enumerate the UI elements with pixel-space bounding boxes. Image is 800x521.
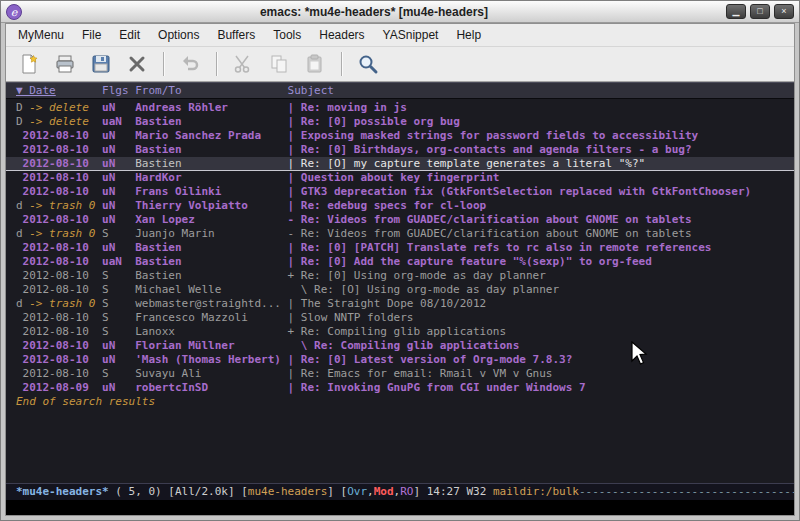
close-button[interactable]: × — [774, 4, 794, 19]
text-segment: maildir:/bulk — [493, 485, 579, 498]
text-segment: d — [16, 199, 29, 212]
close-button[interactable] — [122, 50, 152, 78]
text-segment: 2012-08-10 — [16, 269, 102, 282]
message-row[interactable]: 2012-08-10 S Suvayu Ali | Re: Emacs for … — [6, 367, 794, 381]
text-segment: Lanoxx — [135, 325, 287, 338]
text-segment: uN — [102, 157, 135, 170]
undo-icon — [179, 53, 201, 75]
cut-icon — [232, 53, 254, 75]
text-segment: uN — [102, 129, 135, 142]
maximize-button[interactable]: □ — [750, 4, 770, 19]
title-bar[interactable]: e emacs: *mu4e-headers* [mu4e-headers] ▁… — [1, 1, 799, 23]
print-button[interactable] — [50, 50, 80, 78]
message-row[interactable]: 2012-08-10 uN Mario Sanchez Prada | Expo… — [6, 129, 794, 143]
menu-item-options[interactable]: Options — [149, 24, 208, 46]
menu-item-mymenu[interactable]: MyMenu — [9, 24, 73, 46]
message-row[interactable]: 2012-08-10 uaN Bastien | Re: [0] Add the… — [6, 255, 794, 269]
mode-line[interactable]: *mu4e-headers* ( 5, 0) [All/2.0k] [mu4e-… — [6, 483, 794, 500]
message-row[interactable]: 2012-08-10 S Michael Welle \ Re: [O] Usi… — [6, 283, 794, 297]
message-row[interactable]: 2012-08-09 uN robertcInSD | Re: Invoking… — [6, 381, 794, 395]
copy-icon — [268, 53, 290, 75]
message-row[interactable]: 2012-08-10 uN Bastien | Re: [0] [PATCH] … — [6, 241, 794, 255]
message-row[interactable]: 2012-08-10 uN 'Mash (Thomas Herbert) | R… — [6, 353, 794, 367]
message-row[interactable]: 2012-08-10 uN Florian Müllner \ Re: Comp… — [6, 339, 794, 353]
new-file-icon — [18, 53, 40, 75]
message-row[interactable]: 2012-08-10 uN Frans Oilinki | GTK3 depre… — [6, 185, 794, 199]
toolbar — [6, 47, 794, 82]
text-segment: | Re: edebug specs for cl-loop — [288, 199, 487, 212]
buffer-empty-area[interactable] — [6, 409, 794, 483]
text-segment: S — [102, 227, 135, 240]
text-segment: ] 14:27 W32 — [413, 485, 492, 498]
message-row[interactable]: 2012-08-10 S Francesco Mazzoli | Slow NN… — [6, 311, 794, 325]
text-segment: | Re: [0] Add the capture feature "%(sex… — [288, 255, 652, 268]
message-row[interactable]: d -> trash 0 uN Thierry Volpiatto | Re: … — [6, 199, 794, 213]
message-row[interactable]: D -> delete uN Andreas Röhler | Re: movi… — [6, 101, 794, 115]
text-segment: Florian Müllner — [135, 339, 287, 352]
header-line[interactable]: ▼ Date Flgs From/To Subject — [6, 82, 794, 99]
text-segment: *mu4e-headers* — [16, 485, 109, 498]
menu-item-file[interactable]: File — [73, 24, 110, 46]
menu-item-tools[interactable]: Tools — [264, 24, 310, 46]
menu-item-buffers[interactable]: Buffers — [208, 24, 264, 46]
message-row[interactable]: 2012-08-10 uN Bastien | Re: [0] Birthday… — [6, 143, 794, 157]
text-segment: -> trash 0 — [29, 199, 102, 212]
text-segment: 2012-08-10 — [16, 143, 102, 156]
message-row[interactable]: d -> trash 0 S Juanjo Marin - Re: Videos… — [6, 227, 794, 241]
message-row[interactable]: 2012-08-10 S Lanoxx + Re: Compiling glib… — [6, 325, 794, 339]
end-of-results: End of search results — [6, 395, 794, 409]
menu-item-headers[interactable]: Headers — [310, 24, 373, 46]
text-segment: Bastien — [135, 255, 287, 268]
text-segment: 2012-08-10 — [16, 255, 102, 268]
text-segment: Flgs — [102, 84, 135, 97]
text-segment: Francesco Mazzoli — [135, 311, 287, 324]
text-segment: 2012-08-10 — [16, 353, 102, 366]
text-segment: Bastien — [135, 241, 287, 254]
emacs-frame: MyMenuFileEditOptionsBuffersToolsHeaders… — [5, 23, 795, 516]
echo-area[interactable] — [6, 500, 794, 515]
text-segment: Xan Lopez — [135, 213, 287, 226]
text-segment: Suvayu Ali — [135, 367, 287, 380]
text-segment: \ Re: [O] Using org-mode as day planner — [288, 283, 560, 296]
text-segment: Bastien — [135, 115, 287, 128]
menu-bar: MyMenuFileEditOptionsBuffersToolsHeaders… — [6, 24, 794, 47]
menu-item-yasnippet[interactable]: YASnippet — [374, 24, 448, 46]
toolbar-separator — [163, 52, 164, 76]
text-segment: ▼ Date — [16, 84, 56, 97]
text-segment: | Re: [0] Birthdays, org-contacts and ag… — [288, 143, 692, 156]
minimize-button[interactable]: ▁ — [726, 4, 746, 19]
message-row-current[interactable]: 2012-08-10 uN Bastien | Re: [O] my captu… — [6, 157, 794, 171]
text-segment: uN — [102, 339, 135, 352]
menu-item-help[interactable]: Help — [447, 24, 490, 46]
close-icon — [126, 53, 148, 75]
text-segment: Mod — [374, 485, 394, 498]
text-segment — [56, 84, 102, 97]
text-segment: | Question about key fingerprint — [288, 171, 500, 184]
message-row[interactable]: 2012-08-10 S Bastien + Re: [0] Using org… — [6, 269, 794, 283]
message-row[interactable]: d -> trash 0 S webmaster@straightd... | … — [6, 297, 794, 311]
save-icon — [90, 53, 112, 75]
text-segment: uN — [102, 353, 135, 366]
search-icon — [357, 53, 379, 75]
text-segment: -> trash 0 — [29, 227, 102, 240]
text-segment: | Re: [O] my capture template generates … — [288, 157, 646, 170]
emacs-icon: e — [6, 4, 22, 20]
text-segment: -------------------------------------- — [579, 485, 794, 498]
message-row[interactable]: 2012-08-10 uN Xan Lopez - Re: Videos fro… — [6, 213, 794, 227]
undo-button — [175, 50, 205, 78]
save-button[interactable] — [86, 50, 116, 78]
text-segment: 2012-08-10 — [16, 129, 102, 142]
text-segment: -> delete — [29, 101, 102, 114]
text-segment: uN — [102, 241, 135, 254]
menu-item-edit[interactable]: Edit — [110, 24, 149, 46]
text-segment: | Re: [0] Latest version of Org-mode 7.8… — [288, 353, 573, 366]
text-segment: uN — [102, 143, 135, 156]
new-file-button[interactable] — [14, 50, 44, 78]
text-segment: 2012-08-10 — [16, 367, 102, 380]
message-row[interactable]: D -> delete uaN Bastien | Re: [0] possib… — [6, 115, 794, 129]
message-row[interactable]: 2012-08-10 uN HardKor | Question about k… — [6, 171, 794, 185]
window-controls: ▁□× — [726, 4, 794, 19]
text-segment: Bastien — [135, 157, 287, 170]
search-button[interactable] — [353, 50, 383, 78]
text-segment: + Re: Compiling glib applications — [288, 325, 507, 338]
